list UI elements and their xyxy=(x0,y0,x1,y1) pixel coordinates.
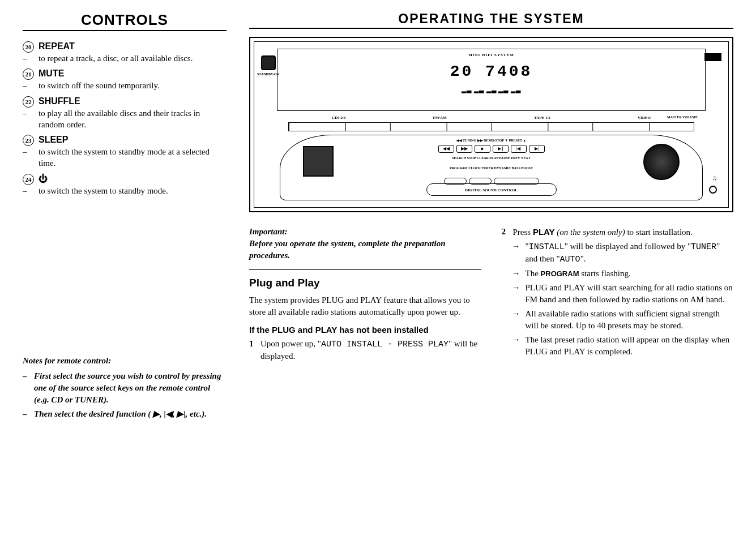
standby-label: STANDBY-ON xyxy=(257,72,279,76)
control-label-shuffle: SHUFFLE xyxy=(39,96,80,106)
lcd-panel: MINI HIFI SYSTEM 20 7408 ▂▃ ▂▃ ▂▃ ▂▃ ▂▃ xyxy=(277,49,706,111)
btn-playpause: ▶‖ xyxy=(493,145,509,153)
step-1: 1 Upon power up, "AUTO INSTALL - PRESS P… xyxy=(249,338,481,362)
control-label-mute: MUTE xyxy=(39,68,64,79)
result-4: → All available radio stations with suff… xyxy=(512,308,734,332)
control-num-21: 21 xyxy=(23,68,34,80)
control-num-22: 22 xyxy=(23,96,34,108)
btn-prev: |◀ xyxy=(511,145,527,153)
control-repeat: 20 REPEAT –to repeat a track, a disc, or… xyxy=(23,41,227,64)
transport-buttons-row1: ◀◀ ▶▶ ■ ▶‖ |◀ ▶| xyxy=(368,145,615,153)
step-num-2: 2 xyxy=(502,226,509,238)
control-desc: to switch the system to standby mode at … xyxy=(39,146,227,169)
dash: – xyxy=(23,408,31,420)
control-label-sleep: SLEEP xyxy=(39,135,68,145)
important-block: Important: Before you operate the system… xyxy=(249,226,481,262)
control-desc: to play all the available discs and thei… xyxy=(39,108,227,131)
control-desc: to switch off the sound temporarily. xyxy=(39,80,160,91)
master-volume-label: MASTER VOLUME xyxy=(667,115,698,119)
remote-notes: Notes for remote control: –First select … xyxy=(23,355,227,420)
src-fm: FM·AM xyxy=(433,115,446,120)
control-shuffle: 22 SHUFFLE –to play all the available di… xyxy=(23,96,227,131)
control-desc: to repeat a track, a disc, or all availa… xyxy=(39,53,193,64)
mini-hifi-label: MINI HIFI SYSTEM xyxy=(277,53,705,57)
dash: – xyxy=(23,146,34,169)
control-mute: 21 MUTE –to switch off the sound tempora… xyxy=(23,68,227,91)
btn-next: ▶| xyxy=(529,145,545,153)
btn-ff: ▶▶ xyxy=(456,145,472,153)
headphone-jack-icon xyxy=(709,186,717,194)
dash: – xyxy=(23,53,34,64)
control-num-23: 23 xyxy=(23,135,34,146)
brand-logo-icon xyxy=(704,53,721,61)
src-video: VIDEO xyxy=(638,115,651,120)
transport-labels-row: SEARCH STOP·CLEAR PLAY·PAUSE PREV NEXT xyxy=(368,156,615,160)
step-2: 2 Press PLAY (on the system only) to sta… xyxy=(502,226,734,238)
headphone-icon: ♫ xyxy=(712,174,717,181)
source-labels: CD1·2·3 FM·AM TAPE 1·2 VIDEO xyxy=(288,115,694,120)
ir-sensor-icon xyxy=(303,146,334,177)
btn-stop: ■ xyxy=(475,145,490,153)
lcd-display-value: 20 7408 xyxy=(277,63,705,80)
arrow-icon: → xyxy=(512,268,522,280)
volume-dial-icon xyxy=(643,144,680,180)
operating-heading: OPERATING THE SYSTEM xyxy=(249,11,733,29)
result-3: → PLUG and PLAY will start searching for… xyxy=(512,282,734,306)
row-mid-labels: SEARCH STOP·CLEAR PLAY·PAUSE PREV NEXT xyxy=(452,156,530,160)
notes-title: Notes for remote control: xyxy=(23,355,227,367)
power-icon: ⏻ xyxy=(39,174,48,184)
dash: – xyxy=(23,108,34,131)
control-label-repeat: REPEAT xyxy=(39,41,75,52)
plug-play-subheading: If the PLUG and PLAY has not been instal… xyxy=(249,324,481,336)
dash: – xyxy=(23,185,34,196)
dsc-panel: DIGITAL SOUND CONTROL xyxy=(426,183,557,196)
result-5: → The last preset radio station will app… xyxy=(512,334,734,358)
result-1: → "INSTALL" will be displayed and follow… xyxy=(512,241,734,265)
control-power: 24 ⏻ –to switch the system to standby mo… xyxy=(23,174,227,196)
src-tape: TAPE 1·2 xyxy=(534,115,550,120)
important-label: Important: xyxy=(249,227,288,236)
row-labels-bottom: PROGRAM CLOCK·TIMER DYNAMIC BASS BOOST xyxy=(254,166,728,170)
note-1: First select the source you wish to cont… xyxy=(34,370,227,406)
divider xyxy=(249,269,481,270)
controls-heading: CONTROLS xyxy=(23,11,227,31)
step-1-text: Upon power up, "AUTO INSTALL - PRESS PLA… xyxy=(260,338,481,362)
standby-button-icon xyxy=(261,55,276,70)
arrow-icon: → xyxy=(512,308,522,332)
control-desc: to switch the system to standby mode. xyxy=(39,185,168,196)
step-num-1: 1 xyxy=(249,338,256,362)
control-num-24: 24 xyxy=(23,174,34,185)
system-diagram: STANDBY-ON MINI HIFI SYSTEM 20 7408 ▂▃ ▂… xyxy=(249,37,733,212)
arrow-icon: → xyxy=(512,282,522,306)
btn-rew: ◀◀ xyxy=(438,145,454,153)
control-sleep: 23 SLEEP –to switch the system to standb… xyxy=(23,135,227,169)
dash: – xyxy=(23,370,31,406)
eq-bars-icon: ▂▃ ▂▃ ▂▃ ▂▃ ▂▃ xyxy=(277,86,705,93)
dash: – xyxy=(23,80,34,91)
control-num-20: 20 xyxy=(23,41,34,53)
plug-play-heading: Plug and Play xyxy=(249,276,481,291)
result-2: → The PROGRAM starts flashing. xyxy=(512,268,734,280)
step-2-text: Press PLAY (on the system only) to start… xyxy=(513,226,693,238)
src-cd: CD1·2·3 xyxy=(332,115,345,120)
arrow-icon: → xyxy=(512,334,522,358)
arrow-icon: → xyxy=(512,241,522,265)
source-button-strip xyxy=(288,122,694,131)
important-text: Before you operate the system, complete … xyxy=(249,239,446,260)
note-2: Then select the desired function ( ▶, |◀… xyxy=(34,408,207,420)
row-labels-top: ◀◀ TUNING ▶▶ DEMO/STOP ▼ PRESET ▲ xyxy=(254,138,728,142)
plug-play-intro: The system provides PLUG and PLAY featur… xyxy=(249,294,481,318)
